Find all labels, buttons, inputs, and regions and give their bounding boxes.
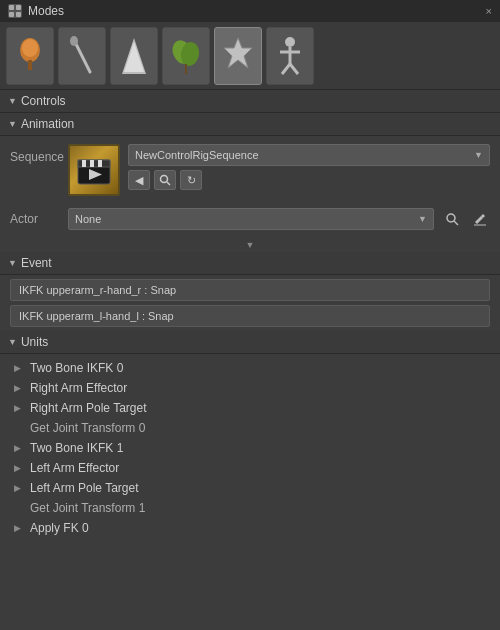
unit-item-label: Two Bone IKFK 1 (30, 441, 123, 455)
paint-mode-button[interactable] (6, 27, 54, 85)
actor-label: Actor (10, 212, 60, 226)
svg-line-20 (290, 64, 298, 74)
actor-dropdown-arrow: ▼ (418, 214, 427, 224)
units-label: Units (21, 335, 48, 349)
character-mode-button[interactable] (266, 27, 314, 85)
svg-line-30 (454, 221, 458, 225)
unit-item-u1[interactable]: ▶Two Bone IKFK 0 (0, 358, 500, 378)
animation-section-header[interactable]: ▼ Animation (0, 113, 500, 136)
unit-item-u3[interactable]: ▶Right Arm Pole Target (0, 398, 500, 418)
sequence-search-button[interactable] (154, 170, 176, 190)
sequence-dropdown[interactable]: NewControlRigSequence ▼ (128, 144, 490, 166)
svg-line-28 (167, 182, 170, 185)
title-bar-left: Modes (8, 4, 64, 18)
event-label: Event (21, 256, 52, 270)
actor-dropdown[interactable]: None ▼ (68, 208, 434, 230)
svg-marker-11 (124, 42, 144, 72)
svg-point-27 (161, 176, 168, 183)
unit-arrow-icon: ▶ (14, 383, 24, 393)
sequence-label: Sequence (10, 144, 60, 164)
unit-item-u8[interactable]: ▶Neck Control (0, 538, 500, 539)
svg-rect-4 (16, 12, 21, 17)
sequence-row: Sequence NewControlRigSequence ▼ ◀ (0, 136, 500, 204)
unit-arrow-icon: ▶ (14, 443, 24, 453)
svg-point-16 (285, 37, 295, 47)
expand-row[interactable]: ▼ (0, 238, 500, 252)
unit-sub-item-u3s[interactable]: Get Joint Transform 0 (0, 418, 500, 438)
modes-icon (8, 4, 22, 18)
sequence-dropdown-arrow: ▼ (474, 150, 483, 160)
unit-arrow-icon: ▶ (14, 363, 24, 373)
event-collapse-icon: ▼ (8, 258, 17, 268)
close-button[interactable]: × (486, 5, 492, 17)
expand-arrow-icon: ▼ (246, 240, 255, 250)
units-collapse-icon: ▼ (8, 337, 17, 347)
unit-arrow-icon: ▶ (14, 523, 24, 533)
unit-item-u5[interactable]: ▶Left Arm Effector (0, 458, 500, 478)
sequence-controls: NewControlRigSequence ▼ ◀ ↻ (128, 144, 490, 190)
controls-section-header[interactable]: ▼ Controls (0, 90, 500, 113)
unit-item-u2[interactable]: ▶Right Arm Effector (0, 378, 500, 398)
actor-search-button[interactable] (442, 209, 462, 229)
unit-item-label: Left Arm Pole Target (30, 481, 139, 495)
svg-rect-23 (82, 160, 86, 167)
animation-collapse-icon: ▼ (8, 119, 17, 129)
sculpt-mode-button[interactable] (110, 27, 158, 85)
title-text: Modes (28, 4, 64, 18)
sequence-back-button[interactable]: ◀ (128, 170, 150, 190)
units-section-header[interactable]: ▼ Units (0, 331, 500, 354)
svg-rect-7 (28, 60, 32, 70)
modes-toolbar (0, 22, 500, 90)
svg-rect-2 (16, 5, 21, 10)
unit-arrow-icon: ▶ (14, 483, 24, 493)
unit-sub-item-u6s[interactable]: Get Joint Transform 1 (0, 498, 500, 518)
event-item-2[interactable]: IKFK upperarm_l-hand_l : Snap (10, 305, 490, 327)
sequence-thumbnail[interactable] (68, 144, 120, 196)
svg-marker-15 (224, 38, 252, 68)
svg-point-6 (22, 39, 38, 57)
event-item-1[interactable]: IKFK upperarm_r-hand_r : Snap (10, 279, 490, 301)
unit-item-label: Apply FK 0 (30, 521, 89, 535)
unit-item-u7[interactable]: ▶Apply FK 0 (0, 518, 500, 538)
unit-item-label: Right Arm Pole Target (30, 401, 147, 415)
svg-rect-1 (9, 5, 14, 10)
actor-edit-button[interactable] (470, 209, 490, 229)
svg-point-29 (447, 214, 455, 222)
unit-item-u4[interactable]: ▶Two Bone IKFK 1 (0, 438, 500, 458)
controls-collapse-icon: ▼ (8, 96, 17, 106)
svg-rect-25 (98, 160, 102, 167)
actor-value: None (75, 213, 418, 225)
svg-rect-14 (185, 64, 187, 74)
units-list-container: ▶Two Bone IKFK 0▶Right Arm Effector▶Righ… (0, 354, 500, 539)
units-list: ▶Two Bone IKFK 0▶Right Arm Effector▶Righ… (0, 354, 500, 539)
controls-label: Controls (21, 94, 66, 108)
title-bar: Modes × (0, 0, 500, 22)
event-section-header[interactable]: ▼ Event (0, 252, 500, 275)
unit-item-u6[interactable]: ▶Left Arm Pole Target (0, 478, 500, 498)
svg-line-19 (282, 64, 290, 74)
svg-point-9 (70, 36, 78, 46)
animation-label: Animation (21, 117, 74, 131)
sequence-name: NewControlRigSequence (135, 149, 470, 161)
event-items-container: IKFK upperarm_r-hand_r : Snap IKFK upper… (0, 275, 500, 331)
unit-item-label: Right Arm Effector (30, 381, 127, 395)
unit-arrow-icon: ▶ (14, 403, 24, 413)
unit-item-label: Left Arm Effector (30, 461, 119, 475)
unit-item-label: Two Bone IKFK 0 (30, 361, 123, 375)
sequence-forward-button[interactable]: ↻ (180, 170, 202, 190)
brush-mode-button[interactable] (58, 27, 106, 85)
unit-arrow-icon: ▶ (14, 463, 24, 473)
svg-rect-24 (90, 160, 94, 167)
sequence-actions: ◀ ↻ (128, 170, 490, 190)
actor-row: Actor None ▼ (0, 204, 500, 238)
foliage-mode-button[interactable] (162, 27, 210, 85)
active-mode-button[interactable] (214, 27, 262, 85)
svg-rect-3 (9, 12, 14, 17)
